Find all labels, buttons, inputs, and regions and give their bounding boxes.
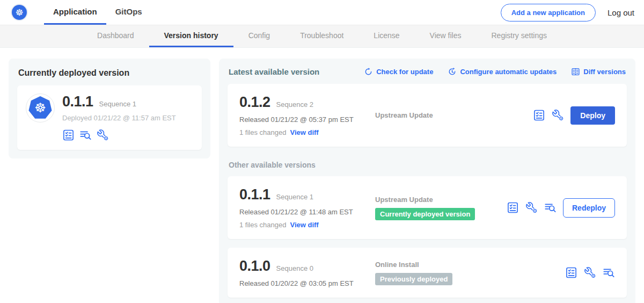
preflight-checks-icon[interactable]	[565, 266, 577, 279]
header-actions: Add a new application Log out	[501, 0, 644, 25]
preflight-checks-icon[interactable]	[507, 201, 519, 214]
other-available-versions-title: Other available versions	[229, 161, 626, 169]
subnav-item-registry-settings[interactable]: Registry settings	[477, 25, 562, 47]
app-tabs: Application GitOps	[44, 0, 151, 25]
version-card-0-1-0: 0.1.0 Sequence 0 Released 01/20/22 @ 03:…	[228, 248, 627, 298]
version-sequence: Sequence 2	[276, 100, 313, 109]
deployed-timestamp: Deployed 01/21/22 @ 11:57 am EST	[62, 114, 176, 122]
version-number: 0.1.0	[239, 258, 270, 275]
subnav-item-troubleshoot[interactable]: Troubleshoot	[285, 25, 358, 47]
diff-versions-label: Diff versions	[583, 68, 626, 76]
version-card-0-1-2: 0.1.2 Sequence 2 Released 01/21/22 @ 05:…	[228, 84, 627, 147]
version-history-page: Currently deployed version ☸ 0.1.1 Seque…	[0, 48, 644, 303]
check-for-update-label: Check for update	[376, 68, 433, 76]
redeploy-button[interactable]: Redeploy	[563, 198, 615, 218]
released-timestamp: Released 01/20/22 @ 03:05 pm EST	[239, 279, 375, 287]
version-sequence: Sequence 1	[276, 193, 313, 201]
subnav-item-license[interactable]: License	[358, 25, 414, 47]
files-changed: 1 files changed	[239, 128, 286, 136]
refresh-icon	[364, 67, 373, 76]
edit-config-icon[interactable]	[552, 109, 564, 121]
kubernetes-logo: ☸	[12, 5, 27, 20]
preflight-checks-icon[interactable]	[62, 129, 75, 141]
subnav-item-dashboard[interactable]: Dashboard	[82, 25, 149, 47]
deploy-logs-icon[interactable]	[79, 129, 92, 141]
version-sequence: Sequence 0	[276, 264, 313, 272]
version-number: 0.1.1	[239, 186, 270, 203]
deploy-logs-icon[interactable]	[544, 201, 557, 214]
deployed-version-number: 0.1.1	[62, 93, 93, 110]
version-number: 0.1.2	[239, 94, 270, 111]
preflight-checks-icon[interactable]	[533, 109, 545, 121]
version-source: Upstream Update	[375, 111, 533, 119]
tab-gitops-label: GitOps	[115, 7, 142, 16]
previously-deployed-badge: Previously deployed	[375, 273, 452, 285]
diff-versions-link[interactable]: Diff versions	[571, 67, 626, 76]
currently-deployed-card: ☸ 0.1.1 Sequence 1 Deployed 01/21/22 @ 1…	[17, 85, 202, 150]
add-new-application-button[interactable]: Add a new application	[501, 4, 596, 21]
edit-config-icon[interactable]	[584, 266, 596, 279]
subnav-label: License	[374, 31, 399, 40]
configure-automatic-updates-link[interactable]: Configure automatic updates	[448, 67, 557, 76]
app-subnav: Dashboard Version history Config Trouble…	[0, 25, 644, 48]
subnav-item-config[interactable]: Config	[233, 25, 285, 47]
subnav-item-view-files[interactable]: View files	[415, 25, 477, 47]
released-timestamp: Released 01/21/22 @ 11:48 am EST	[239, 208, 375, 216]
latest-available-title: Latest available version	[229, 67, 319, 76]
deploy-logs-icon[interactable]	[603, 266, 615, 279]
released-timestamp: Released 01/21/22 @ 05:37 pm EST	[239, 116, 375, 124]
version-card-0-1-1: 0.1.1 Sequence 1 Released 01/21/22 @ 11:…	[228, 176, 627, 239]
kubernetes-wheel-icon: ☸	[15, 8, 23, 17]
kubernetes-wheel-icon: ☸	[34, 102, 46, 114]
files-changed: 1 files changed	[239, 221, 286, 229]
currently-deployed-panel: Currently deployed version ☸ 0.1.1 Seque…	[9, 59, 210, 158]
deployed-sequence: Sequence 1	[99, 100, 136, 108]
view-diff-link[interactable]: View diff	[290, 128, 318, 136]
logout-link[interactable]: Log out	[608, 8, 634, 17]
subnav-label: Version history	[164, 31, 218, 40]
deploy-button[interactable]: Deploy	[570, 106, 615, 125]
available-actions: Check for update Configure automatic upd…	[364, 67, 626, 76]
subnav-label: Registry settings	[492, 31, 547, 40]
subnav-label: Troubleshoot	[300, 31, 343, 40]
diff-icon	[571, 67, 580, 76]
tab-gitops[interactable]: GitOps	[106, 0, 151, 25]
kubernetes-heptagon-icon: ☸	[28, 96, 52, 120]
app-logo: ☸	[26, 93, 55, 122]
subnav-label: View files	[430, 31, 462, 40]
configure-automatic-updates-label: Configure automatic updates	[460, 68, 557, 76]
subnav-label: Dashboard	[97, 31, 134, 40]
edit-config-icon[interactable]	[97, 129, 109, 141]
subnav-label: Config	[248, 31, 270, 40]
version-source: Online Install	[375, 261, 565, 269]
subnav-item-version-history[interactable]: Version history	[149, 25, 233, 47]
schedule-update-icon	[448, 67, 457, 76]
edit-config-icon[interactable]	[525, 201, 538, 214]
view-diff-link[interactable]: View diff	[290, 221, 318, 229]
version-source: Upstream Update	[375, 196, 507, 204]
check-for-update-link[interactable]: Check for update	[364, 67, 433, 76]
tab-application-label: Application	[53, 7, 97, 16]
available-versions-panel: Latest available version Check for updat…	[219, 59, 635, 303]
currently-deployed-title: Currently deployed version	[18, 68, 201, 78]
top-nav: ☸ Application GitOps Add a new applicati…	[0, 0, 644, 25]
tab-application[interactable]: Application	[44, 0, 106, 25]
currently-deployed-badge: Currently deployed version	[375, 208, 475, 220]
